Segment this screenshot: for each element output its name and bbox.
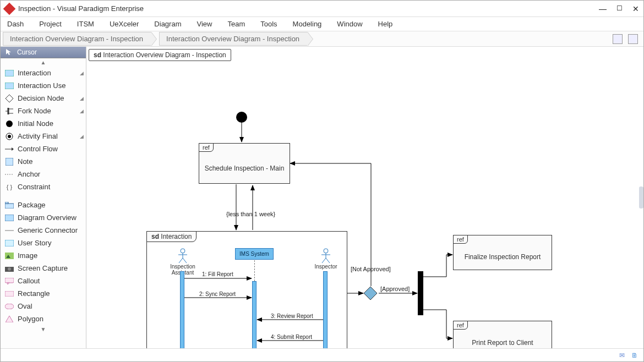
svg-rect-19 [5,240,14,246]
diagram-canvas[interactable]: sd Interaction Overview Diagram - Inspec… [86,47,643,348]
menu-tools[interactable]: Tools [260,20,277,28]
expand-icon: ◢ [80,70,84,76]
window-title: Inspection - Visual Paradigm Enterprise [18,4,599,13]
maximize-button[interactable]: ☐ [616,4,623,13]
minimize-button[interactable]: — [599,4,607,13]
palette-image[interactable]: Image [1,249,86,262]
msg-review-report[interactable]: 3: Review Report [271,313,313,319]
msg-sync-report[interactable]: 2: Sync Report [199,291,236,297]
svg-marker-0 [6,49,11,55]
user-story-icon [5,239,14,247]
control-flow-icon [5,145,14,153]
palette-initial-node[interactable]: Initial Node [1,117,86,130]
msg-submit-report[interactable]: 4: Submit Report [271,334,312,340]
status-doc-icon[interactable]: 🗎 [631,352,638,359]
canvas-frame-tab[interactable]: sd Interaction Overview Diagram - Inspec… [89,49,231,61]
svg-marker-3 [6,95,13,102]
initial-icon [5,120,14,128]
final-icon [5,133,14,140]
toolbar-icon-2[interactable] [628,34,638,44]
ref-finalize-report[interactable]: ref Finalize Inspection Report [453,235,552,270]
palette-decision-node[interactable]: Decision Node◢ [1,92,86,105]
note-icon [5,158,14,166]
menu-project[interactable]: Project [39,20,61,28]
msg-fill-report[interactable]: 1: Fill Report [202,271,233,277]
palette-control-flow[interactable]: Control Flow [1,142,86,155]
package-icon [5,201,14,209]
ref-tag: ref [453,235,468,244]
constraint-icon: { } [5,183,14,191]
breadcrumb-2[interactable]: Interaction Overview Diagram - Inspectio… [159,32,308,46]
ref-finalize-label: Finalize Inspection Report [454,253,552,261]
constraint-less-than-week[interactable]: {less than 1 week} [226,211,275,217]
svg-rect-13 [6,158,13,166]
vertical-scrollbar[interactable] [639,187,643,209]
menu-window[interactable]: Window [337,20,362,28]
palette-note[interactable]: Note [1,155,86,168]
canvas-area[interactable]: ref Schedule Inspection - Main {less tha… [89,63,641,346]
sd-interaction-frame[interactable]: sd Interaction Inspection Assistant IMS … [146,231,347,348]
polygon-icon [5,315,14,323]
anchor-icon [5,171,14,178]
palette-generic-connector[interactable]: Generic Connector [1,224,86,237]
breadcrumb-bar: Interaction Overview Diagram - Inspectio… [1,31,643,47]
palette-collapse-down[interactable]: ▼ [1,325,86,333]
svg-marker-12 [12,147,14,151]
ref-schedule-inspection[interactable]: ref Schedule Inspection - Main [199,143,290,184]
ref-print-report[interactable]: ref Print Report to Client [453,321,552,348]
svg-marker-28 [6,316,13,322]
menu-team[interactable]: Team [227,20,245,28]
expand-icon: ◢ [80,108,84,114]
guard-not-approved[interactable]: [Not Approved] [351,266,391,272]
palette-package[interactable]: Package [1,199,86,211]
menu-help[interactable]: Help [378,20,393,28]
sd-arrows [147,232,348,348]
decision-icon [5,95,14,102]
svg-point-10 [8,135,11,138]
menu-dash[interactable]: Dash [7,20,24,28]
menu-view[interactable]: View [197,20,212,28]
camera-icon [5,265,14,272]
svg-marker-49 [364,287,377,300]
palette-oval[interactable]: Oval [1,300,86,312]
palette-polygon[interactable]: Polygon [1,312,86,325]
svg-rect-26 [5,291,14,297]
ref-schedule-label: Schedule Inspection - Main [199,164,290,172]
canvas-tab-label: Interaction Overview Diagram - Inspectio… [103,51,226,59]
palette-user-story[interactable]: User Story [1,237,86,249]
oval-icon [5,303,14,310]
palette-activity-final[interactable]: Activity Final◢ [1,130,86,142]
menu-modeling[interactable]: Modeling [293,20,322,28]
status-mail-icon[interactable]: ✉ [619,352,625,359]
menu-itsm[interactable]: ITSM [77,20,94,28]
palette-interaction[interactable]: Interaction◢ [1,67,86,79]
guard-approved[interactable]: [Approved] [380,286,410,292]
palette-cursor[interactable]: Cursor [1,47,86,58]
decision-node[interactable] [364,287,377,300]
toolbar-icon-1[interactable] [613,34,623,44]
menu-uexceler[interactable]: UeXceler [110,20,139,28]
breadcrumb-1[interactable]: Interaction Overview Diagram - Inspectio… [3,32,151,46]
svg-rect-20 [5,253,14,259]
svg-rect-2 [5,83,14,89]
initial-node[interactable] [236,112,247,123]
palette-fork-node[interactable]: Fork Node◢ [1,105,86,117]
window-controls: — ☐ ✕ [599,4,639,13]
palette-rectangle[interactable]: Rectangle [1,287,86,300]
ref-tag: ref [199,143,214,152]
palette-collapse-up[interactable]: ▲ [1,58,86,67]
svg-rect-1 [5,70,14,76]
fork-node[interactable] [418,271,423,315]
palette-callout[interactable]: Callout [1,275,86,287]
palette-screen-capture[interactable]: Screen Capture [1,262,86,275]
menu-diagram[interactable]: Diagram [154,20,181,28]
close-button[interactable]: ✕ [632,4,639,13]
palette-anchor[interactable]: Anchor [1,168,86,180]
interaction-icon [5,69,14,77]
palette-interaction-use[interactable]: Interaction Use [1,79,86,92]
palette-diagram-overview[interactable]: Diagram Overview [1,211,86,224]
svg-rect-17 [5,215,14,221]
menubar: Dash Project ITSM UeXceler Diagram View … [1,17,643,31]
palette-constraint[interactable]: { }Constraint [1,180,86,193]
app-window: Inspection - Visual Paradigm Enterprise … [0,0,644,362]
